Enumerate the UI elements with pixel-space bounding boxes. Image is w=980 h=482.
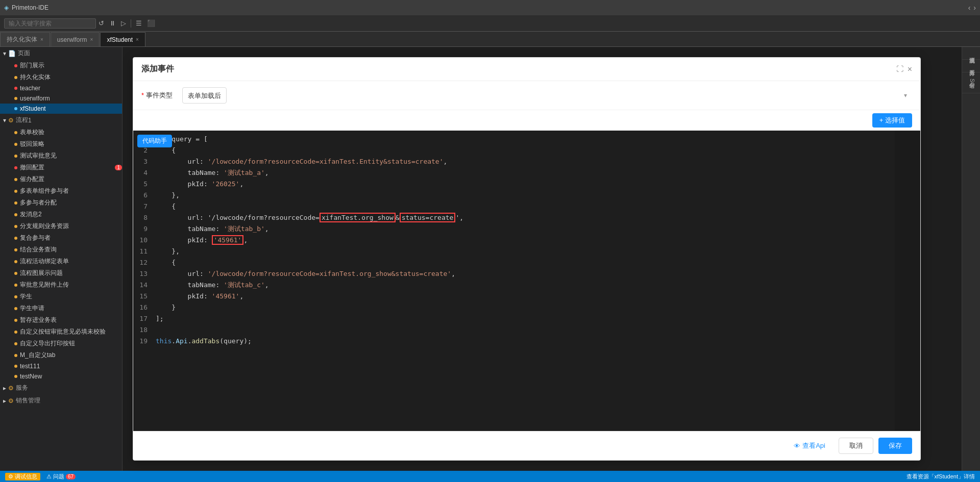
dot-icon <box>14 375 17 378</box>
view-api-button[interactable]: 👁 查看Api <box>786 438 834 454</box>
dot-icon <box>14 87 17 90</box>
sidebar-section-services[interactable]: ▸ ⚙ 服务 <box>0 382 122 394</box>
code-content[interactable]: let query = [ { url: '/lowcode/form?reso… <box>152 131 920 431</box>
item-label: xfStudent <box>20 105 122 112</box>
sidebar-item-teacher[interactable]: teacher <box>0 83 122 93</box>
tab-userwlform[interactable]: userwlform × <box>51 32 100 46</box>
sidebar-item-multi-form[interactable]: 多表单组件参与者 <box>0 185 122 197</box>
debug-icon: ⚙ <box>8 473 13 479</box>
item-label: 部门展示 <box>20 61 122 70</box>
sidebar-item-bumon[interactable]: 部门展示 <box>0 60 122 71</box>
status-debug-btn[interactable]: ⚙ 调试信息 <box>5 473 40 480</box>
search-input[interactable] <box>4 18 96 29</box>
sidebar-item-msg2[interactable]: 发消息2 <box>0 209 122 220</box>
expand-icon[interactable]: ⛶ <box>896 65 903 74</box>
sidebar-item-m-tab[interactable]: M_自定义tab <box>0 349 122 361</box>
sidebar-item-student-apply[interactable]: 学生申请 <box>0 302 122 314</box>
cancel-button[interactable]: 取消 <box>839 438 873 454</box>
refresh-btn[interactable]: ↺ <box>96 18 107 28</box>
dot-icon <box>14 354 17 357</box>
sidebar-item-test111[interactable]: test111 <box>0 361 122 371</box>
far-right-panel: 高线资源 三方服务 命名SQ <box>962 47 980 471</box>
eye-icon: 👁 <box>794 442 800 450</box>
sidebar-item-revoke[interactable]: 撤回配置1 <box>0 162 122 173</box>
item-label: userwlform <box>20 95 122 102</box>
sidebar-item-urge[interactable]: 催办配置 <box>0 173 122 185</box>
issues-label: 问题 <box>53 473 64 480</box>
dot-icon <box>14 342 17 345</box>
toolbar-divider <box>131 19 131 28</box>
stop-btn[interactable]: ⬛ <box>144 18 158 28</box>
dot-icon <box>14 76 17 79</box>
event-type-select[interactable]: 表单加载后 <box>182 87 227 104</box>
sidebar-item-branch[interactable]: 分支规则业务资源 <box>0 220 122 232</box>
dot-icon <box>14 107 17 110</box>
select-value-button[interactable]: + 选择值 <box>872 113 912 128</box>
sidebar-item-custom-validate[interactable]: 自定义按钮审批意见必填未校验 <box>0 326 122 338</box>
dot-icon <box>14 143 17 146</box>
dot-icon <box>14 248 17 251</box>
sidebar-item-reject[interactable]: 驳回策略 <box>0 138 122 150</box>
sidebar-item-approval[interactable]: 测试审批意见 <box>0 150 122 162</box>
dot-icon <box>14 190 17 193</box>
debug-label: 调试信息 <box>15 473 37 479</box>
far-right-item-resources[interactable]: 高线资源 <box>962 47 980 60</box>
tab-close-btn[interactable]: × <box>40 37 43 42</box>
issues-icon: ⚠ <box>46 473 52 480</box>
tab-close-btn[interactable]: × <box>90 37 93 42</box>
dot-icon <box>14 155 17 158</box>
code-editor[interactable]: 代码助手 12345 678910 1112131415 16171819 le… <box>133 131 920 431</box>
sidebar: ▾ 📄 页面 部门展示 持久化实体 teacher userwlform xfS… <box>0 47 122 471</box>
dot-icon <box>14 225 17 228</box>
dot-icon <box>14 131 17 134</box>
sidebar-item-persistent[interactable]: 持久化实体 <box>0 71 122 83</box>
dot-icon <box>14 178 17 181</box>
tab-persistent-entity[interactable]: 持久化实体 × <box>0 32 50 46</box>
code-toolbar: + 选择值 <box>133 110 920 131</box>
sidebar-item-xfstudent[interactable]: xfStudent <box>0 104 122 114</box>
far-right-item-namesq[interactable]: 命名SQ <box>962 72 980 93</box>
tab-close-btn[interactable]: × <box>136 37 139 42</box>
flow-badge: 1 <box>28 117 32 124</box>
sidebar-item-custom-print[interactable]: 自定义导出打印按钮 <box>0 338 122 349</box>
sidebar-item-compound[interactable]: 复合参与者 <box>0 232 122 244</box>
sidebar-item-flow-bind[interactable]: 流程活动绑定表单 <box>0 256 122 267</box>
sidebar-item-student[interactable]: 学生 <box>0 291 122 302</box>
menu-btn[interactable]: ☰ <box>133 18 144 28</box>
sidebar-item-multi-assign[interactable]: 多参与者分配 <box>0 197 122 209</box>
sidebar-item-biz-query[interactable]: 结合业务查询 <box>0 244 122 256</box>
sidebar-item-temp-save[interactable]: 暂存进业务表 <box>0 314 122 326</box>
dot-icon <box>14 319 17 322</box>
tab-xfstudent[interactable]: xfStudent × <box>100 32 145 46</box>
sidebar-item-userwlform[interactable]: userwlform <box>0 93 122 104</box>
code-assist-button[interactable]: 代码助手 <box>137 135 172 147</box>
status-bar: ⚙ 调试信息 ⚠ 问题 67 查看资源「xfStudent」详情 <box>0 471 980 482</box>
item-label: 持久化实体 <box>20 73 122 82</box>
main-layout: ▾ 📄 页面 部门展示 持久化实体 teacher userwlform xfS… <box>0 47 980 471</box>
sidebar-item-flow-diagram[interactable]: 流程图展示问题 <box>0 267 122 279</box>
status-issues-btn[interactable]: ⚠ 问题 67 <box>46 473 76 480</box>
sidebar-section-sales[interactable]: ▸ ⚙ 销售管理 <box>0 394 122 407</box>
save-button[interactable]: 保存 <box>878 438 912 454</box>
nav-back[interactable]: ‹ <box>968 4 971 12</box>
dot-icon <box>14 307 17 310</box>
sidebar-item-testnew[interactable]: testNew <box>0 371 122 382</box>
run-btn[interactable]: ▷ <box>118 18 129 28</box>
close-icon[interactable]: × <box>908 65 912 74</box>
dialog-header-controls: ⛶ × <box>896 65 912 74</box>
sidebar-section-flow[interactable]: ▾ ⚙ 流程 1 <box>0 114 122 126</box>
dot-icon <box>14 331 17 334</box>
far-right-item-services[interactable]: 三方服务 <box>962 60 980 72</box>
sidebar-item-attach[interactable]: 审批意见附件上传 <box>0 279 122 291</box>
section-pages-label: 页面 <box>18 49 30 58</box>
sidebar-section-pages[interactable]: ▾ 📄 页面 <box>0 47 122 60</box>
event-type-select-wrapper: 表单加载后 <box>182 87 912 104</box>
view-api-label: 查看Api <box>802 441 825 450</box>
dot-icon <box>14 166 17 169</box>
dot-icon <box>14 272 17 275</box>
tab-label: xfStudent <box>107 36 133 43</box>
nav-forward[interactable]: › <box>973 4 976 12</box>
status-bar-right: 查看资源「xfStudent」详情 <box>906 473 975 480</box>
sidebar-item-form-check[interactable]: 表单校验 <box>0 126 122 138</box>
pause-btn[interactable]: ⏸ <box>107 18 118 28</box>
